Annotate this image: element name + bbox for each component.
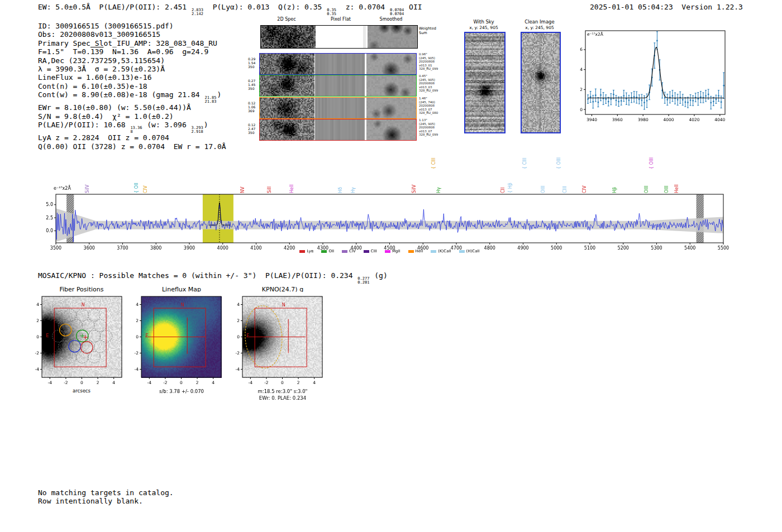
text-segment: Cont(w) = 8.90(±0.08)e-18 (gmag 21.84 xyxy=(38,90,204,99)
emission-line-label: SiII xyxy=(267,186,272,193)
legend-label: CIII xyxy=(371,249,377,253)
legend-label: HeII xyxy=(416,249,423,253)
text-segment: Cont(n) = 6.10(±0.35)e-18 xyxy=(38,82,147,90)
spec2d-row-left-value: 0.29 xyxy=(248,57,255,61)
emission-line-label: { CIII xyxy=(522,158,527,169)
legend-item: CIV xyxy=(342,249,356,253)
spec2d-row-left-value: 0.27 xyxy=(248,79,255,83)
legend-label: (K)CaII xyxy=(438,249,451,253)
text-segment: 139 xyxy=(90,47,103,56)
text-segment: ) xyxy=(204,121,208,129)
text-segment: 6 xyxy=(169,47,174,56)
text-segment: Q(0.00) OII (3728) z = 0.0704 EW r = 17.… xyxy=(38,142,226,151)
emission-line-label: OIII xyxy=(644,186,649,193)
spec2d-row-left-labels: 0.271.45350 xyxy=(248,79,255,90)
legend-item: (H)CaII xyxy=(459,249,480,253)
mosaic-match-line: MOSAIC/KPNO : Possible Matches = 0 (with… xyxy=(38,271,388,284)
text-segment: 9 xyxy=(204,47,208,56)
spec2d-row-right-value: 1.46" xyxy=(419,97,438,100)
emission-line-label: Hγ xyxy=(436,187,441,193)
kpno-cutout-caption1: m:18.5 re:3.0" s:3.0" xyxy=(238,389,327,394)
emission-line-label: { CIII xyxy=(431,158,436,169)
info-line: EWr = 8.10(±0.80) (w: 5.50(±0.44))Å xyxy=(38,103,226,112)
stacked-range-value: 0.2770.201 xyxy=(357,277,369,284)
spec2d-row-right-value: 328_RU_080 xyxy=(419,111,438,115)
legend-item: Lyα xyxy=(299,249,313,253)
info-line: Obs: 20200808v013_3009166515 xyxy=(38,30,226,39)
text-segment: MOSAIC/KPNO : Possible Matches = 0 (with… xyxy=(38,271,357,280)
spec2d-row-right-value: (245, 905) xyxy=(419,122,438,126)
spec2d-row-left-value: 1.54 xyxy=(248,61,255,65)
spec2d-row-left-value: 350 xyxy=(248,87,255,90)
with-sky-image xyxy=(464,32,506,133)
legend-swatch xyxy=(459,250,465,253)
spec2d-row-left-value: 0.12 xyxy=(248,101,255,105)
spec2d-row-right-value: 0.96" xyxy=(419,52,438,56)
stacked-range-value: 0.350.35 xyxy=(327,8,336,16)
legend-swatch xyxy=(385,250,390,253)
spec2d-row-right-value: (245, 740) xyxy=(419,100,438,104)
full-spectrum-plot xyxy=(34,184,754,257)
lineflux-map-caption: s/b: 3.78 +/- 0.070 xyxy=(137,389,226,394)
spec2d-row-right-value: 328_RU_099 xyxy=(419,67,438,71)
legend-label: (H)CaII xyxy=(466,249,480,253)
spec2d-row-left-value: 2.47 xyxy=(248,127,255,131)
spec2d-row-left-value: 0.12 xyxy=(248,123,255,127)
info-line: LineFlux = 1.60(±0.13)e-16 xyxy=(38,73,226,82)
spec2d-row-image xyxy=(259,75,417,97)
info-line: ID: 3009166515 (3009166515.pdf) xyxy=(38,22,226,30)
spec2d-row-image xyxy=(259,119,417,141)
info-line: Cont(w) = 8.90(±0.08)e-18 (gmag 21.84 21… xyxy=(38,90,226,103)
col-title-2d-spec: 2D Spec xyxy=(270,17,303,22)
emission-line-label: Hβ xyxy=(612,187,617,193)
emission-line-label: { Hβ xyxy=(508,183,513,193)
legend-label: Lyα xyxy=(307,249,313,253)
spec2d-row-right-value: 0.45" xyxy=(419,74,438,78)
legend-swatch xyxy=(299,250,305,253)
spec2d-row-right-value: 328_RU_099 xyxy=(419,89,438,93)
emission-line-label: { OII xyxy=(134,183,139,193)
text-segment: z: 0.0704 xyxy=(337,3,389,11)
legend-swatch xyxy=(408,250,414,253)
info-line: λ = 3990.3Å σ = 2.59(±0.23)Å xyxy=(38,65,226,73)
spec2d-row-left-labels: 0.122.47350 xyxy=(248,123,255,135)
summary-header: EW: 5.0±0.5Å P(LAE)/P(OII): 2.451 2.8332… xyxy=(38,3,422,16)
text-segment: OII xyxy=(404,3,422,11)
info-line: LyA z = 2.2824 OII z = 0.0704 xyxy=(38,133,226,142)
legend-item: MgII xyxy=(385,249,400,253)
legend-swatch xyxy=(364,250,369,253)
text-segment: P(Lyα): 0.013 Q(z): 0.35 xyxy=(204,3,326,11)
info-line: RA,Dec (232.737259,53.115654) xyxy=(38,56,226,65)
legend-label: CIV xyxy=(349,249,356,253)
spec2d-row-right-labels: 0.96"(245, 905)20200808v013_01328_RU_099 xyxy=(419,52,438,71)
stacked-range-value: 2.8332.142 xyxy=(192,8,203,16)
emission-line-label: SiIV xyxy=(412,185,417,193)
spec2d-row-right-labels: 0.45"(245, 905)20200808v013_03328_RU_099 xyxy=(419,74,438,93)
legend-item: CIII xyxy=(364,249,377,253)
info-line: P(LAE)/P(OII): 10.68 13.368 (w: 3.096 3.… xyxy=(38,121,226,133)
elixer-report-page: EW: 5.0±0.5Å P(LAE)/P(OII): 2.451 2.8332… xyxy=(0,0,782,532)
footer-text-1: No matching targets in catalog. xyxy=(38,488,174,497)
spec2d-row-right-value: v013_03 xyxy=(419,85,438,89)
info-line: Cont(n) = 6.10(±0.35)e-18 xyxy=(38,82,226,90)
text-segment: P(LAE)/P(OII): 10.68 xyxy=(38,121,130,129)
text-segment: LyA z = 2.2824 OII z = 0.0704 xyxy=(38,133,169,142)
lineflux-map-plot xyxy=(125,292,225,384)
spec2d-row-image xyxy=(259,97,417,119)
spec2d-row-right-value: (245, 905) xyxy=(419,56,438,60)
legend-item: HeII xyxy=(408,249,423,253)
footer-line-1: No matching targets in catalog. xyxy=(38,488,174,497)
spec2d-row-right-labels: 1.13"(245, 905)20200808v013_07328_RU_099 xyxy=(419,118,438,137)
legend-item: (K)CaII xyxy=(431,249,451,253)
spec2d-row-left-value: 350 xyxy=(248,131,255,135)
text-segment: EWr = 8.10(±0.80) (w: 5.50(±0.44))Å xyxy=(38,103,191,112)
text-segment: F=1.5" T=0. xyxy=(38,47,90,56)
stacked-range-value: 3.2932.918 xyxy=(192,126,203,133)
footer-line-2: Row intentionally blank. xyxy=(38,497,143,505)
legend-swatch xyxy=(321,250,327,253)
emission-line-label: OIII xyxy=(664,186,669,193)
fiber-positions-xlabel: arcsecs xyxy=(37,388,126,394)
legend-label: OII xyxy=(328,249,334,253)
with-sky-title: With Sky xyxy=(456,19,512,25)
info-line: Q(0.00) OII (3728) z = 0.0704 EW r = 17.… xyxy=(38,142,226,151)
